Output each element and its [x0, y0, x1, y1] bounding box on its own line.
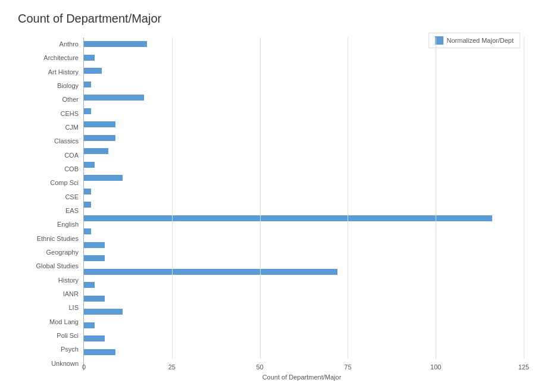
y-label: CEHS [60, 108, 79, 119]
bar [84, 108, 91, 114]
y-label: COA [64, 150, 79, 161]
chart-area: AnthroArchitectureArt HistoryBiologyOthe… [18, 37, 526, 371]
bar-row [84, 306, 526, 317]
bar-row [84, 266, 526, 277]
y-label: CSE [65, 192, 79, 202]
y-label: Biology [57, 81, 79, 92]
bars-area: 0255075100125 [83, 37, 526, 371]
bar-row [84, 159, 526, 170]
y-label: Ethnic Studies [37, 233, 79, 244]
y-label: English [57, 219, 79, 230]
bar [84, 81, 91, 87]
y-label: Classics [54, 136, 79, 147]
bar [84, 135, 115, 141]
bar-row [84, 186, 526, 197]
bar [84, 55, 95, 61]
bar [84, 282, 95, 288]
bar [84, 255, 105, 261]
bar-row [84, 347, 526, 357]
y-label: LIS [68, 303, 79, 313]
bar [84, 175, 123, 181]
x-axis-tick-label: 0 [82, 363, 86, 371]
bar [84, 335, 105, 341]
y-label: COB [64, 164, 79, 175]
bar [84, 215, 492, 221]
bar [84, 189, 91, 195]
bar [84, 202, 91, 208]
bar-row [84, 280, 526, 290]
bar [84, 269, 337, 275]
bar-row [84, 52, 526, 63]
x-axis-tick-label: 100 [430, 363, 441, 371]
bar-row [84, 226, 526, 237]
bar-row [84, 39, 526, 49]
bar-row [84, 213, 526, 224]
bar-row [84, 253, 526, 264]
y-label: EAS [65, 206, 79, 217]
x-axis-tick-label: 75 [344, 363, 351, 371]
y-label: Art History [48, 67, 79, 77]
bar-row [84, 106, 526, 117]
chart-container: Count of Department/Major Normalized Maj… [0, 0, 538, 392]
x-axis-tick-label: 125 [518, 363, 529, 371]
bars-inner [84, 37, 526, 371]
x-axis-title: Count of Department/Major [77, 374, 526, 381]
bar-row [84, 240, 526, 250]
y-label: Global Studies [36, 261, 79, 272]
bar-row [84, 92, 526, 103]
x-axis-tick-label: 50 [256, 363, 263, 371]
y-label: IANR [63, 289, 79, 300]
y-label: History [58, 275, 79, 286]
bar-row [84, 293, 526, 304]
bar [84, 162, 95, 168]
bar [84, 41, 147, 47]
bar [84, 121, 115, 127]
y-label: Comp Sci [50, 178, 79, 189]
bar [84, 309, 123, 315]
y-label: Other [62, 95, 79, 105]
y-label: Architecture [43, 53, 79, 64]
bar-row [84, 320, 526, 331]
x-axis-tick-label: 25 [168, 363, 176, 371]
bar-row [84, 119, 526, 130]
bar-row [84, 333, 526, 344]
y-labels: AnthroArchitectureArt HistoryBiologyOthe… [18, 37, 83, 371]
y-label: Geography [46, 247, 79, 258]
bar-row [84, 146, 526, 156]
bar-row [84, 199, 526, 210]
bar [84, 322, 95, 328]
bar-row [84, 65, 526, 76]
y-label: Mod Lang [49, 316, 79, 327]
bar [84, 68, 102, 74]
y-label: Anthro [60, 39, 79, 50]
bar-row [84, 79, 526, 90]
bar [84, 242, 105, 248]
bar [84, 148, 108, 154]
bar [84, 228, 91, 234]
bar-row [84, 133, 526, 143]
bar [84, 95, 144, 101]
bar-row [84, 173, 526, 183]
y-label: Psych [61, 344, 79, 355]
chart-title: Count of Department/Major [18, 12, 526, 26]
y-label: CJM [65, 123, 79, 133]
bar [84, 349, 115, 355]
x-axis-labels: 0255075100125 [84, 359, 526, 371]
y-label: Poli Sci [57, 331, 79, 341]
bar [84, 296, 105, 302]
y-label: Unknown [51, 358, 79, 369]
